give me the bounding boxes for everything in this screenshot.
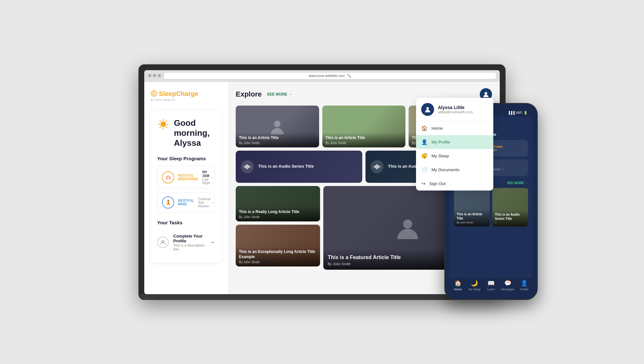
- dropdown-item-profile[interactable]: 👤 My Profile: [416, 135, 493, 149]
- docs-icon: 📄: [421, 167, 428, 173]
- dropdown-item-sleep[interactable]: 😴 My Sleep: [416, 149, 493, 163]
- phone-card-author-1: By John Smith: [457, 221, 487, 224]
- url-text: www.your-website.com: [309, 74, 345, 78]
- svg-rect-13: [245, 165, 246, 168]
- logo-name: SleepCharge: [159, 90, 198, 97]
- program-name-mind: RESTFUL MIND: [178, 199, 194, 206]
- svg-point-22: [403, 219, 412, 229]
- nav-home-label: Home: [454, 288, 462, 291]
- program-duration-text: 5H 15M: [202, 170, 210, 178]
- phone-card-title-1: This is an Article Title: [457, 212, 487, 220]
- program-info-breathing: RESTFUL BREATHING: [178, 174, 198, 181]
- audio-card-inner-1: This is an Audio Series Title: [236, 151, 362, 183]
- audio-wave-icon-1: [241, 160, 254, 173]
- svg-rect-21: [379, 166, 380, 167]
- dropdown-label-home: Home: [431, 126, 443, 131]
- phone-card-title-2: This is an Audio Series Title: [495, 212, 526, 221]
- program-meta: Last Night: [202, 178, 210, 185]
- greeting-text: Good morning, Alyssa: [174, 118, 215, 148]
- home-icon: 🏠: [421, 125, 428, 131]
- search-icon: 🔍: [347, 74, 351, 78]
- phone-bottom-nav: 🏠 Home 🌙 My Sleep 📖 Learn 💬 Messages: [450, 277, 533, 295]
- nav-learn-icon: 📖: [488, 280, 495, 287]
- audio-title-1: This is an Audio Series Title: [258, 164, 314, 169]
- phone-article-card[interactable]: This is an Article Title By John Smith: [454, 188, 490, 227]
- exceptional-card-author: By John Smith: [239, 260, 317, 264]
- card-overlay-1: This is an Article Title By John Smith: [236, 132, 319, 147]
- dropdown-label-signout: Sign Out: [429, 181, 446, 186]
- phone-see-more[interactable]: SEE MORE →: [507, 181, 528, 185]
- dropdown-item-home[interactable]: 🏠 Home: [416, 121, 493, 135]
- program-continue: Continue Your Session ›: [198, 197, 213, 208]
- profile-icon: 👤: [421, 139, 428, 145]
- svg-rect-14: [247, 164, 248, 169]
- tasks-section: Your Tasks Complete Your Profile: [157, 220, 215, 255]
- program-duration: 5H 15M Last Night ›: [202, 170, 212, 185]
- url-bar[interactable]: www.your-website.com 🔍: [164, 73, 496, 79]
- article-card-1[interactable]: This is an Article Title By John Smith: [236, 106, 319, 147]
- dropdown-user-info: Alyssa Little alittle@noxhealth.com: [438, 105, 473, 114]
- svg-rect-16: [250, 166, 251, 167]
- exceptional-card-overlay: This is an Exceptionally Long Article Ti…: [236, 246, 320, 266]
- svg-line-6: [166, 126, 167, 127]
- dropdown-user-email: alittle@noxhealth.com: [438, 110, 473, 114]
- program-continue-text: Continue Your Session: [198, 197, 211, 208]
- exceptionally-long-card[interactable]: This is an Exceptionally Long Article Ti…: [236, 225, 320, 266]
- card-title-1: This is an Article Title: [239, 135, 316, 141]
- tasks-title: Your Tasks: [157, 220, 215, 225]
- svg-rect-18: [375, 165, 376, 168]
- task-item-profile[interactable]: Complete Your Profile This is a descript…: [157, 230, 215, 255]
- article-card-2[interactable]: This is an Article Title By John Smith: [322, 106, 406, 147]
- phone-nav-profile[interactable]: 👤 Profile: [516, 280, 533, 291]
- card-author-2: By John Smith: [326, 141, 402, 145]
- chevron-right-icon-2: ›: [212, 201, 213, 204]
- audio-card-1[interactable]: This is an Audio Series Title: [236, 151, 362, 183]
- dot-close: [148, 74, 151, 77]
- task-info: Complete Your Profile This is a descript…: [173, 234, 205, 251]
- long-article-card[interactable]: This is a Really Long Article Title By J…: [236, 186, 320, 221]
- svg-point-0: [161, 122, 166, 127]
- exceptional-card-title: This is an Exceptionally Long Article Ti…: [239, 249, 317, 259]
- dot-min: [153, 74, 156, 77]
- phone-cards-row: This is an Article Title By John Smith T…: [454, 188, 528, 227]
- program-info-mind: RESTFUL MIND: [178, 199, 194, 206]
- phone-messages-badge: [507, 280, 509, 282]
- nav-profile-icon: 👤: [521, 280, 528, 287]
- long-card-overlay: This is a Really Long Article Title By J…: [236, 206, 320, 221]
- dot-max: [158, 74, 161, 77]
- task-arrow-icon: →: [209, 239, 215, 246]
- phone-audio-card[interactable]: This is an Audio Series Title ♪: [492, 188, 528, 227]
- nav-sleep-icon: 🌙: [471, 280, 478, 287]
- dropdown-item-signout[interactable]: ↪ Sign Out: [416, 177, 493, 191]
- dropdown-avatar: [421, 103, 434, 116]
- phone-nav-home[interactable]: 🏠 Home: [450, 280, 466, 291]
- card-overlay-2: This is an Article Title By John Smith: [322, 132, 406, 147]
- svg-rect-15: [248, 165, 249, 168]
- long-card-author: By John Smith: [239, 215, 317, 219]
- task-icon-profile: [157, 237, 169, 248]
- chevron-right-icon: ›: [211, 176, 212, 179]
- dropdown-item-docs[interactable]: 📄 My Documents: [416, 163, 493, 177]
- dropdown-header: Alyssa Little alittle@noxhealth.com: [416, 98, 493, 121]
- svg-point-23: [426, 107, 429, 110]
- phone-nav-messages[interactable]: 💬 Messages: [499, 280, 516, 291]
- app-logo: Ⓒ SleepCharge: [151, 89, 222, 98]
- card-author-1: By John Smith: [239, 141, 316, 145]
- phone-nav-learn[interactable]: 📖 Learn: [483, 280, 499, 291]
- program-icon-breathing: 🫁: [162, 171, 174, 183]
- svg-rect-20: [378, 165, 379, 168]
- nav-home-icon: 🏠: [454, 280, 461, 287]
- program-card-breathing[interactable]: 🫁 RESTFUL BREATHING 5H 15M Last Night ›: [157, 166, 215, 189]
- svg-rect-17: [374, 166, 374, 167]
- audio-wave-icon-2: [371, 160, 384, 173]
- program-card-mind[interactable]: 🧘 RESTFUL MIND Continue Your Session ›: [157, 192, 215, 213]
- nav-sleep-label: My Sleep: [469, 288, 481, 291]
- svg-point-11: [274, 121, 280, 127]
- phone-card-overlay-2: This is an Audio Series Title ♪: [492, 210, 528, 227]
- dropdown-user-name: Alyssa Little: [438, 105, 473, 110]
- sun-icon: [157, 118, 169, 130]
- nav-profile-label: Profile: [520, 288, 528, 291]
- phone-nav-sleep[interactable]: 🌙 My Sleep: [466, 280, 483, 291]
- see-more-link[interactable]: SEE MORE →: [267, 92, 292, 97]
- left-col: This is a Really Long Article Title By J…: [236, 186, 320, 270]
